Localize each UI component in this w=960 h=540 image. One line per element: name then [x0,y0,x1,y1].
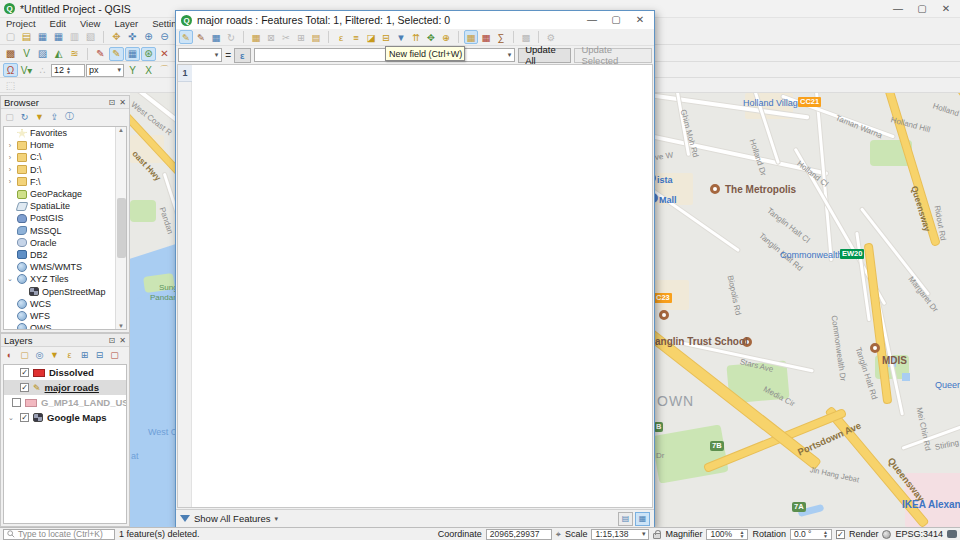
scroll-up-icon[interactable]: ▲ [118,127,124,133]
lock-icon[interactable] [653,533,661,539]
browser-item-wcs[interactable]: WCS [4,298,126,310]
layer-styling-button[interactable]: ◐ [3,348,16,361]
zoom-to-selection-button[interactable]: ⊕ [439,30,453,44]
browser-item-oracle[interactable]: Oracle [4,237,126,249]
browser-scrollbar[interactable]: ▲ ▼ [115,127,126,329]
save-project-button[interactable]: ▦ [35,30,50,44]
menu-project[interactable]: Project [6,18,36,29]
layer-item-dissolved[interactable]: ✓ Dissolved [4,365,126,380]
crs-status[interactable]: EPSG:3414 [895,529,943,539]
filter-legend-button[interactable]: ▼ [48,348,61,361]
browser-item-d-drive[interactable]: › D:\ [4,164,126,176]
scroll-thumb[interactable] [117,198,126,258]
spin-arrows-icon[interactable]: ▲▼ [823,530,828,538]
layers-close-icon[interactable]: ✕ [119,336,126,345]
rotation-spinbox[interactable]: 0.0 °▲▼ [790,529,832,540]
browser-properties-button[interactable]: ⓘ [63,110,76,123]
add-group-button[interactable]: ▢ [18,348,31,361]
chevron-down-icon[interactable]: ▾ [275,515,279,523]
conditional-formatting-button[interactable]: ▩ [519,30,533,44]
pan-map-button[interactable]: ✥ [109,30,124,44]
messages-icon[interactable] [947,530,957,538]
form-view-button[interactable]: ▤ [618,512,633,526]
layer-item-g-mp14-land-use[interactable]: G_MP14_LAND_USE_PL [4,395,126,410]
pan-to-selection-button[interactable]: ✥ [424,30,438,44]
browser-item-f-drive[interactable]: › F:\ [4,176,126,188]
move-selection-top-button[interactable]: ⇈ [409,30,423,44]
save-edits-button[interactable]: ▦ [209,30,223,44]
menu-edit[interactable]: Edit [50,18,66,29]
spin-arrows-icon[interactable]: ▲▼ [66,66,71,74]
zoom-out-button[interactable]: ⊖ [157,30,172,44]
remove-layer-button[interactable]: ▢ [108,348,121,361]
layer-checkbox[interactable]: ✓ [20,383,29,392]
invert-selection-button[interactable]: ◪ [364,30,378,44]
cut-features-button[interactable]: ✂ [279,30,293,44]
layer-checkbox[interactable]: ✓ [20,413,29,422]
layout-manager-button[interactable]: ▧ [83,30,98,44]
menu-view[interactable]: View [80,18,100,29]
layer-checkbox[interactable]: ✓ [20,368,29,377]
toggle-editing-button[interactable]: ✎ [109,47,124,61]
attribute-table-body[interactable]: 1 [177,64,653,508]
select-all-button[interactable]: ≡ [349,30,363,44]
browser-item-geopackage[interactable]: GeoPackage [4,188,126,200]
expression-builder-button[interactable]: ε [234,48,250,63]
browser-item-c-drive[interactable]: › C:\ [4,151,126,163]
browser-add-favorite-button[interactable]: ▢ [3,110,16,123]
new-project-button[interactable]: ▢ [3,30,18,44]
self-snapping-button[interactable]: ∴ [35,63,50,77]
dialog-close-button[interactable]: ✕ [628,11,652,28]
menu-layer[interactable]: Layer [114,18,138,29]
topological-editing-button[interactable]: Y [125,63,140,77]
browser-item-db2[interactable]: DB2 [4,249,126,261]
minimize-button[interactable]: — [886,0,910,17]
toggle-editing-button[interactable]: ✎ [179,30,193,44]
new-field-button[interactable]: ▦ [464,30,478,44]
expander-icon[interactable]: ⌄ [8,414,16,422]
crs-globe-icon[interactable] [882,530,891,539]
browser-item-wfs[interactable]: WFS [4,310,126,322]
browser-item-mssql[interactable]: MSSQL [4,225,126,237]
feature-filter-button[interactable]: Show All Features [194,513,271,524]
dialog-maximize-button[interactable]: ▢ [604,11,628,28]
snapping-mode-button[interactable]: V▾ [19,63,34,77]
row-header-1[interactable]: 1 [178,65,192,82]
browser-item-ows[interactable]: OWS [4,322,126,330]
browser-item-home[interactable]: › Home [4,139,126,151]
add-feature-button[interactable]: ▦ [249,30,263,44]
render-checkbox[interactable]: ✓ [836,530,845,539]
expander-icon[interactable]: › [6,178,14,185]
add-mesh-layer-button[interactable]: ◭ [51,47,66,61]
locate-search-input[interactable]: Type to locate (Ctrl+K) [3,529,115,540]
mouse-position-icon[interactable]: ⌖ [556,529,561,540]
filter-expression-button[interactable]: ε [63,348,76,361]
maximize-button[interactable]: ▢ [910,0,934,17]
expand-all-button[interactable]: ⊞ [78,348,91,361]
browser-collapse-all-button[interactable]: ⇪ [48,110,61,123]
field-calculator-button[interactable]: ∑ [494,30,508,44]
save-layer-edits-button[interactable]: ▦ [125,47,140,61]
copy-features-button[interactable]: ⊞ [294,30,308,44]
current-edits-button[interactable]: ✎ [93,47,108,61]
snapping-units-combobox[interactable]: px ▾ [86,64,124,77]
pan-to-selection-button[interactable]: ✜ [125,30,140,44]
layer-item-major-roads[interactable]: ✓ ✎ major roads [4,380,126,395]
layers-dock-icon[interactable]: ⊡ [109,336,116,345]
dialog-title-bar[interactable]: Q major roads : Features Total: 1, Filte… [176,11,654,29]
browser-item-spatialite[interactable]: SpatiaLite [4,200,126,212]
dialog-minimize-button[interactable]: — [580,11,604,28]
enable-snapping-button[interactable]: Ω [3,63,18,77]
table-view-button[interactable]: ▦ [635,512,650,526]
add-raster-layer-button[interactable]: ▨ [35,47,50,61]
new-layout-button[interactable]: ▥ [67,30,82,44]
layer-checkbox[interactable] [12,398,21,407]
layer-item-google-maps[interactable]: ⌄ ✓ Google Maps [4,410,126,425]
delete-selected-button[interactable]: ⊠ [264,30,278,44]
snap-on-intersection-button[interactable]: X [141,63,156,77]
paste-features-button[interactable]: ▤ [309,30,323,44]
scroll-down-icon[interactable]: ▼ [118,323,124,329]
spin-arrows-icon[interactable]: ▲▼ [739,530,744,538]
expander-icon[interactable]: › [6,166,14,173]
browser-dock-icon[interactable]: ⊡ [109,98,116,107]
